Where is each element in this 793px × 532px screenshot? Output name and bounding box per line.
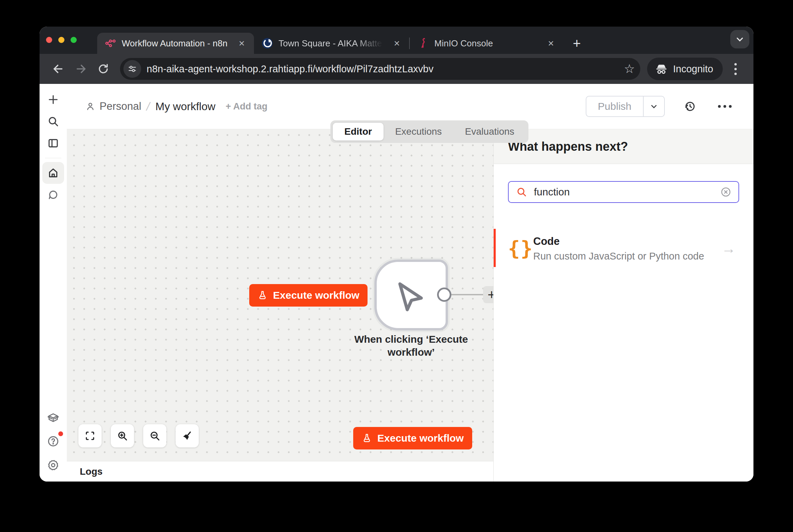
browser-toolbar: n8n-aika-agent-workshop.2.rahtiapp.fi/wo… [40, 54, 753, 84]
workflow-title[interactable]: My workflow [155, 100, 215, 113]
node-output-handle[interactable] [437, 287, 451, 302]
desktop: Workflow Automation - n8n × Town Square … [0, 0, 793, 532]
canvas-wrap: Execute workflow + When clicking ‘Execut… [67, 129, 493, 482]
sidebar-settings-button[interactable] [42, 454, 64, 476]
node-result-code[interactable]: {} Code Run custom JavaScript or Python … [508, 232, 739, 266]
connector-line [451, 294, 483, 295]
n8n-logo-icon [105, 38, 116, 49]
tab-executions[interactable]: Executions [384, 123, 453, 141]
execute-workflow-label: Execute workflow [377, 432, 464, 444]
panel-header: What happens next? [494, 129, 753, 164]
node-label[interactable]: When clicking ‘Execute workflow’ [340, 333, 483, 359]
zoom-in-button[interactable] [111, 424, 134, 447]
breadcrumb-separator: / [145, 100, 151, 113]
tab-evaluations[interactable]: Evaluations [453, 123, 526, 141]
panel-body: {} Code Run custom JavaScript or Python … [494, 164, 753, 482]
sidebar-item-home[interactable] [42, 162, 64, 184]
reload-button[interactable] [93, 59, 113, 79]
sidebar-search-button[interactable] [42, 110, 64, 132]
logs-bar[interactable]: Logs [67, 461, 493, 482]
zoom-to-fit-button[interactable] [78, 424, 102, 447]
code-braces-icon: {} [508, 239, 533, 258]
add-node-button[interactable]: + [483, 286, 493, 303]
header-actions: Publish [586, 96, 734, 117]
tab-n8n[interactable]: Workflow Automation - n8n × [97, 33, 254, 54]
mattermost-logo-icon [261, 38, 273, 49]
zoom-out-button[interactable] [143, 424, 166, 447]
selection-indicator [494, 229, 496, 267]
zoom-out-icon [149, 430, 160, 441]
search-icon [516, 187, 527, 197]
close-tab-icon[interactable]: × [236, 37, 248, 49]
execute-workflow-button[interactable]: Execute workflow [249, 284, 368, 307]
view-tab-bar: Editor Executions Evaluations [330, 120, 528, 143]
tab-editor[interactable]: Editor [333, 123, 384, 141]
publish-split-button: Publish [586, 96, 665, 117]
sidebar-add-workflow-button[interactable] [42, 89, 64, 110]
sidebar-item-chat[interactable] [42, 184, 64, 206]
execute-workflow-bottom-button[interactable]: Execute workflow [353, 427, 472, 449]
node-search-input[interactable] [534, 186, 713, 198]
browser-tab-strip: Workflow Automation - n8n × Town Square … [40, 27, 753, 54]
help-icon [47, 435, 59, 447]
close-tab-icon[interactable]: × [545, 37, 557, 49]
reload-icon [98, 63, 109, 75]
node-search-box[interactable] [508, 181, 739, 203]
tidy-up-button[interactable] [176, 424, 199, 447]
minio-logo-icon [417, 38, 429, 49]
kebab-menu-icon [726, 63, 745, 75]
notification-dot [58, 431, 63, 436]
zoom-window-button[interactable] [71, 37, 77, 43]
browser-menu-button[interactable] [725, 59, 745, 79]
minimize-window-button[interactable] [58, 37, 64, 43]
close-window-button[interactable] [46, 37, 52, 43]
broom-icon [181, 430, 193, 442]
new-tab-button[interactable]: + [567, 34, 586, 53]
result-arrow-icon: → [721, 240, 736, 257]
gear-icon [47, 459, 59, 471]
tab-title: Town Square - AIKA Mattermo [279, 38, 386, 49]
flask-icon [362, 433, 372, 443]
publish-dropdown-button[interactable] [643, 97, 664, 116]
breadcrumb-project[interactable]: Personal [85, 100, 141, 113]
back-button[interactable] [48, 59, 68, 79]
main-area: Personal / My workflow + Add tag Publish [67, 84, 753, 482]
sidebar-divider [45, 158, 61, 158]
tab-minio[interactable]: MinIO Console × [410, 33, 563, 54]
node-picker-panel: What happens next? {} [493, 129, 753, 482]
cursor-icon [391, 275, 431, 315]
tab-mattermost[interactable]: Town Square - AIKA Mattermo × [254, 33, 409, 54]
fit-view-icon [85, 430, 95, 441]
tab-title: Workflow Automation - n8n [122, 38, 231, 49]
bookmark-star-icon[interactable]: ☆ [624, 62, 635, 76]
sidebar-help-button[interactable] [42, 430, 64, 452]
workflow-canvas[interactable]: Execute workflow + When clicking ‘Execut… [67, 129, 493, 461]
home-icon [47, 167, 59, 179]
workarea: Execute workflow + When clicking ‘Execut… [67, 129, 753, 482]
sidebar-panel-toggle-button[interactable] [42, 132, 64, 154]
site-settings-icon[interactable] [123, 60, 141, 78]
chevron-down-icon [649, 102, 658, 111]
publish-button[interactable]: Publish [586, 97, 643, 116]
logs-label: Logs [80, 466, 103, 477]
incognito-label: Incognito [673, 63, 713, 75]
chat-bubble-icon [47, 189, 59, 201]
result-name: Code [533, 235, 704, 248]
n8n-app: Personal / My workflow + Add tag Publish [40, 84, 753, 482]
url-text[interactable]: n8n-aika-agent-workshop.2.rahtiapp.fi/wo… [147, 63, 620, 75]
version-history-button[interactable] [680, 97, 700, 116]
tab-title: MinIO Console [434, 38, 540, 49]
close-tab-icon[interactable]: × [391, 37, 403, 49]
app-sidebar [40, 84, 67, 482]
clear-search-icon[interactable] [720, 186, 732, 198]
add-tag-button[interactable]: + Add tag [226, 101, 268, 112]
url-bar[interactable]: n8n-aika-agent-workshop.2.rahtiapp.fi/wo… [120, 58, 640, 80]
incognito-icon [655, 62, 668, 76]
sidebar-templates-button[interactable] [42, 407, 64, 428]
chevron-down-icon [735, 34, 745, 44]
forward-button[interactable] [71, 59, 91, 79]
browser-window: Workflow Automation - n8n × Town Square … [40, 27, 753, 482]
workflow-menu-button[interactable] [715, 97, 734, 116]
execute-workflow-label: Execute workflow [273, 290, 359, 301]
tab-search-button[interactable] [730, 30, 749, 48]
